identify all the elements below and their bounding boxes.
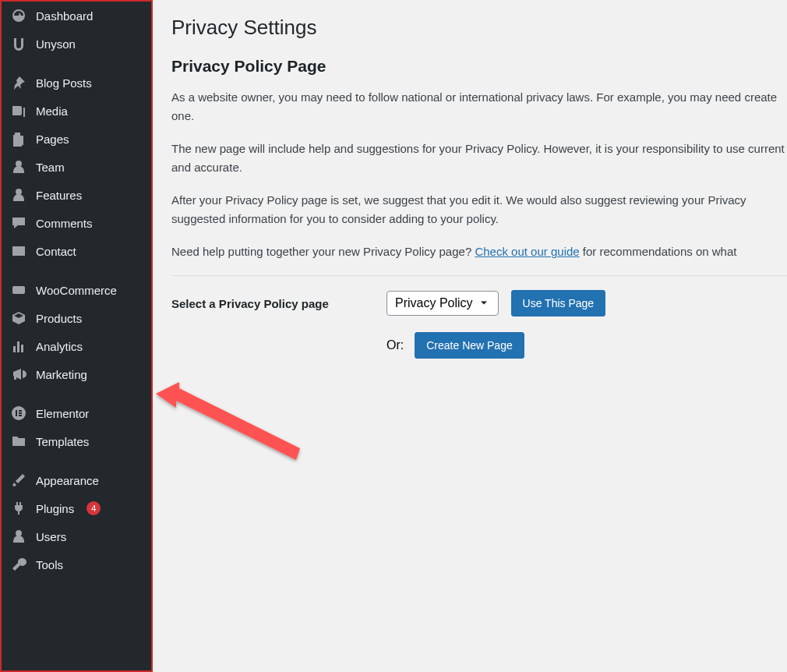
sidebar-item-label: Elementor bbox=[36, 407, 89, 420]
sidebar-item-label: Products bbox=[36, 312, 82, 325]
sidebar-item-templates[interactable]: Templates bbox=[2, 427, 151, 455]
sidebar-item-dashboard[interactable]: Dashboard bbox=[2, 2, 151, 30]
sidebar-item-features[interactable]: Features bbox=[2, 181, 151, 209]
sidebar-item-label: Comments bbox=[36, 217, 93, 230]
sidebar-item-analytics[interactable]: Analytics bbox=[2, 332, 151, 360]
sidebar-item-label: Appearance bbox=[36, 474, 99, 487]
sidebar-item-contact[interactable]: Contact bbox=[2, 237, 151, 265]
megaphone-icon bbox=[11, 366, 26, 382]
select-value: Privacy Policy bbox=[395, 296, 473, 310]
select-label: Select a Privacy Policy page bbox=[171, 297, 374, 310]
pages-icon bbox=[11, 131, 26, 147]
sidebar-spacer bbox=[2, 455, 151, 466]
sidebar-spacer bbox=[2, 388, 151, 399]
admin-sidebar: DashboardUnysonBlog PostsMediaPagesTeamF… bbox=[0, 0, 153, 672]
sidebar-item-label: WooCommerce bbox=[36, 284, 117, 297]
sidebar-item-comments[interactable]: Comments bbox=[2, 209, 151, 237]
main-content: Privacy Settings Privacy Policy Page As … bbox=[153, 0, 787, 672]
sidebar-item-unyson[interactable]: Unyson bbox=[2, 30, 151, 58]
help-text: Need help putting together your new Priv… bbox=[171, 245, 475, 258]
privacy-page-select[interactable]: Privacy Policy bbox=[386, 291, 499, 316]
divider bbox=[171, 275, 787, 276]
sidebar-item-woocommerce[interactable]: WooCommerce bbox=[2, 276, 151, 304]
guide-link[interactable]: Check out our guide bbox=[475, 245, 579, 258]
sidebar-item-label: Dashboard bbox=[36, 9, 93, 23]
sidebar-item-label: Marketing bbox=[36, 368, 87, 381]
sidebar-item-label: Templates bbox=[36, 435, 89, 448]
chevron-down-icon bbox=[478, 297, 490, 309]
or-row: Or: Create New Page bbox=[374, 332, 787, 359]
description-paragraph: After your Privacy Policy page is set, w… bbox=[171, 191, 787, 228]
sidebar-item-blog-posts[interactable]: Blog Posts bbox=[2, 69, 151, 97]
wrench-icon bbox=[11, 557, 26, 572]
select-row: Select a Privacy Policy page Privacy Pol… bbox=[171, 290, 787, 317]
sidebar-item-label: Team bbox=[36, 161, 65, 174]
brush-icon bbox=[11, 472, 26, 488]
sidebar-item-appearance[interactable]: Appearance bbox=[2, 466, 151, 494]
person-icon bbox=[11, 159, 26, 175]
sidebar-item-label: Media bbox=[36, 104, 68, 118]
sidebar-item-team[interactable]: Team bbox=[2, 153, 151, 181]
plugin-icon bbox=[11, 500, 26, 516]
page-title: Privacy Settings bbox=[171, 16, 787, 40]
product-icon bbox=[11, 310, 26, 326]
sidebar-item-label: Blog Posts bbox=[36, 76, 92, 90]
sidebar-item-label: Contact bbox=[36, 245, 76, 258]
elementor-icon bbox=[11, 405, 26, 421]
sidebar-spacer bbox=[2, 58, 151, 69]
use-this-page-button[interactable]: Use This Page bbox=[511, 290, 606, 317]
dashboard-icon bbox=[11, 8, 26, 23]
woo-icon bbox=[11, 282, 26, 298]
analytics-icon bbox=[11, 338, 26, 354]
unyson-icon bbox=[11, 36, 26, 51]
comment-icon bbox=[11, 215, 26, 231]
sidebar-item-marketing[interactable]: Marketing bbox=[2, 360, 151, 388]
folder-icon bbox=[11, 433, 26, 449]
sidebar-item-users[interactable]: Users bbox=[2, 522, 151, 550]
person-icon bbox=[11, 529, 26, 544]
section-heading: Privacy Policy Page bbox=[171, 57, 787, 76]
or-label: Or: bbox=[386, 338, 404, 352]
sidebar-item-pages[interactable]: Pages bbox=[2, 125, 151, 153]
description-paragraph: Need help putting together your new Priv… bbox=[171, 242, 787, 261]
sidebar-item-plugins[interactable]: Plugins4 bbox=[2, 494, 151, 522]
sidebar-item-label: Users bbox=[36, 530, 66, 543]
sidebar-item-label: Features bbox=[36, 189, 82, 202]
help-text: for recommendations on what bbox=[580, 245, 737, 258]
sidebar-item-label: Pages bbox=[36, 133, 69, 146]
sidebar-item-tools[interactable]: Tools bbox=[2, 550, 151, 578]
media-icon bbox=[11, 103, 26, 118]
sidebar-item-label: Plugins bbox=[36, 502, 74, 515]
sidebar-item-elementor[interactable]: Elementor bbox=[2, 399, 151, 427]
update-badge: 4 bbox=[86, 501, 101, 515]
sidebar-item-label: Unyson bbox=[36, 37, 76, 51]
sidebar-item-label: Analytics bbox=[36, 340, 83, 353]
mail-icon bbox=[11, 243, 26, 259]
description-paragraph: The new page will include help and sugge… bbox=[171, 140, 787, 177]
create-new-page-button[interactable]: Create New Page bbox=[415, 332, 524, 359]
sidebar-item-products[interactable]: Products bbox=[2, 304, 151, 332]
sidebar-item-label: Tools bbox=[36, 558, 63, 571]
pin-icon bbox=[11, 75, 26, 90]
person-icon bbox=[11, 187, 26, 203]
sidebar-item-media[interactable]: Media bbox=[2, 97, 151, 125]
sidebar-spacer bbox=[2, 265, 151, 276]
description-paragraph: As a website owner, you may need to foll… bbox=[171, 88, 787, 126]
